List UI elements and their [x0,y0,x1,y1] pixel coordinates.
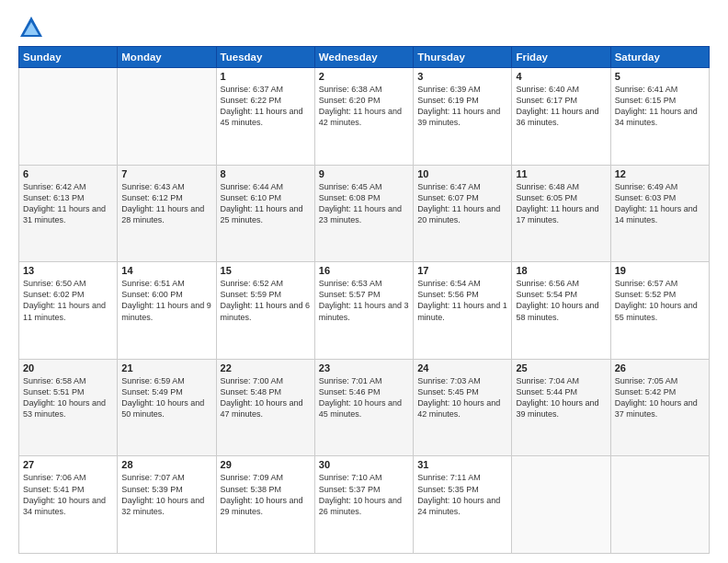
day-number: 3 [417,71,507,82]
day-info: Sunrise: 6:37 AMSunset: 6:22 PMDaylight:… [221,84,311,129]
day-number: 5 [615,71,705,82]
day-number: 6 [23,168,113,179]
calendar: SundayMondayTuesdayWednesdayThursdayFrid… [18,46,710,554]
day-info: Sunrise: 6:42 AMSunset: 6:13 PMDaylight:… [23,181,113,226]
calendar-cell: 16Sunrise: 6:53 AMSunset: 5:57 PMDayligh… [314,262,413,360]
day-info: Sunrise: 6:54 AMSunset: 5:56 PMDaylight:… [417,278,507,323]
day-number: 24 [417,362,507,373]
day-info: Sunrise: 7:10 AMSunset: 5:37 PMDaylight:… [319,472,409,517]
week-row: 13Sunrise: 6:50 AMSunset: 6:02 PMDayligh… [19,262,710,360]
day-number: 1 [221,71,311,82]
calendar-cell [610,456,709,554]
day-info: Sunrise: 6:41 AMSunset: 6:15 PMDaylight:… [615,84,705,129]
day-number: 27 [23,459,113,470]
calendar-cell: 14Sunrise: 6:51 AMSunset: 6:00 PMDayligh… [118,262,216,360]
day-number: 8 [221,168,311,179]
day-info: Sunrise: 6:57 AMSunset: 5:52 PMDaylight:… [615,278,705,323]
day-number: 11 [516,168,606,179]
week-row: 20Sunrise: 6:58 AMSunset: 5:51 PMDayligh… [19,359,710,456]
logo [18,15,46,40]
calendar-cell: 29Sunrise: 7:09 AMSunset: 5:38 PMDayligh… [216,456,314,554]
day-number: 26 [615,362,705,373]
day-info: Sunrise: 7:04 AMSunset: 5:44 PMDaylight:… [516,375,606,420]
day-number: 10 [417,168,507,179]
day-info: Sunrise: 7:11 AMSunset: 5:35 PMDaylight:… [417,472,507,517]
day-number: 31 [417,459,507,470]
day-header-sunday: Sunday [19,47,118,68]
day-info: Sunrise: 6:44 AMSunset: 6:10 PMDaylight:… [221,181,311,226]
calendar-header: SundayMondayTuesdayWednesdayThursdayFrid… [19,47,710,68]
day-info: Sunrise: 6:43 AMSunset: 6:12 PMDaylight:… [121,181,211,226]
day-info: Sunrise: 7:00 AMSunset: 5:48 PMDaylight:… [221,375,311,420]
calendar-cell [118,68,216,166]
day-info: Sunrise: 6:52 AMSunset: 5:59 PMDaylight:… [221,278,311,323]
calendar-cell: 1Sunrise: 6:37 AMSunset: 6:22 PMDaylight… [216,68,314,166]
day-info: Sunrise: 6:50 AMSunset: 6:02 PMDaylight:… [23,278,113,323]
day-header-thursday: Thursday [414,47,512,68]
day-info: Sunrise: 7:07 AMSunset: 5:39 PMDaylight:… [121,472,211,517]
day-info: Sunrise: 6:47 AMSunset: 6:07 PMDaylight:… [417,181,507,226]
calendar-cell: 17Sunrise: 6:54 AMSunset: 5:56 PMDayligh… [414,262,512,360]
calendar-cell: 25Sunrise: 7:04 AMSunset: 5:44 PMDayligh… [512,359,610,456]
day-number: 2 [319,71,409,82]
calendar-cell: 15Sunrise: 6:52 AMSunset: 5:59 PMDayligh… [216,262,314,360]
calendar-cell: 27Sunrise: 7:06 AMSunset: 5:41 PMDayligh… [19,456,118,554]
day-number: 29 [221,459,311,470]
calendar-cell: 20Sunrise: 6:58 AMSunset: 5:51 PMDayligh… [19,359,118,456]
day-number: 13 [23,265,113,276]
day-info: Sunrise: 7:06 AMSunset: 5:41 PMDaylight:… [23,472,113,517]
day-number: 20 [23,362,113,373]
day-info: Sunrise: 6:59 AMSunset: 5:49 PMDaylight:… [121,375,211,420]
day-info: Sunrise: 7:03 AMSunset: 5:45 PMDaylight:… [417,375,507,420]
calendar-cell: 5Sunrise: 6:41 AMSunset: 6:15 PMDaylight… [610,68,709,166]
day-header-wednesday: Wednesday [314,47,413,68]
day-number: 4 [516,71,606,82]
day-number: 22 [221,362,311,373]
day-number: 7 [121,168,211,179]
day-info: Sunrise: 6:51 AMSunset: 6:00 PMDaylight:… [121,278,211,323]
day-header-tuesday: Tuesday [216,47,314,68]
calendar-cell: 26Sunrise: 7:05 AMSunset: 5:42 PMDayligh… [610,359,709,456]
page: SundayMondayTuesdayWednesdayThursdayFrid… [0,0,728,563]
day-info: Sunrise: 6:53 AMSunset: 5:57 PMDaylight:… [319,278,409,323]
day-number: 28 [121,459,211,470]
calendar-cell: 4Sunrise: 6:40 AMSunset: 6:17 PMDaylight… [512,68,610,166]
day-number: 21 [121,362,211,373]
day-number: 30 [319,459,409,470]
calendar-cell: 8Sunrise: 6:44 AMSunset: 6:10 PMDaylight… [216,165,314,262]
calendar-cell: 7Sunrise: 6:43 AMSunset: 6:12 PMDaylight… [118,165,216,262]
calendar-cell: 13Sunrise: 6:50 AMSunset: 6:02 PMDayligh… [19,262,118,360]
day-info: Sunrise: 6:45 AMSunset: 6:08 PMDaylight:… [319,181,409,226]
calendar-body: 1Sunrise: 6:37 AMSunset: 6:22 PMDaylight… [19,68,710,554]
calendar-cell: 19Sunrise: 6:57 AMSunset: 5:52 PMDayligh… [610,262,709,360]
day-info: Sunrise: 6:48 AMSunset: 6:05 PMDaylight:… [516,181,606,226]
day-info: Sunrise: 7:09 AMSunset: 5:38 PMDaylight:… [221,472,311,517]
day-number: 18 [516,265,606,276]
calendar-cell: 24Sunrise: 7:03 AMSunset: 5:45 PMDayligh… [414,359,512,456]
day-header-friday: Friday [512,47,610,68]
day-info: Sunrise: 6:56 AMSunset: 5:54 PMDaylight:… [516,278,606,323]
calendar-cell: 21Sunrise: 6:59 AMSunset: 5:49 PMDayligh… [118,359,216,456]
day-info: Sunrise: 6:38 AMSunset: 6:20 PMDaylight:… [319,84,409,129]
calendar-cell: 11Sunrise: 6:48 AMSunset: 6:05 PMDayligh… [512,165,610,262]
day-number: 12 [615,168,705,179]
calendar-cell: 28Sunrise: 7:07 AMSunset: 5:39 PMDayligh… [118,456,216,554]
day-info: Sunrise: 6:40 AMSunset: 6:17 PMDaylight:… [516,84,606,129]
week-row: 1Sunrise: 6:37 AMSunset: 6:22 PMDaylight… [19,68,710,166]
day-number: 9 [319,168,409,179]
header-row: SundayMondayTuesdayWednesdayThursdayFrid… [19,47,710,68]
day-number: 14 [121,265,211,276]
calendar-cell: 3Sunrise: 6:39 AMSunset: 6:19 PMDaylight… [414,68,512,166]
calendar-cell: 10Sunrise: 6:47 AMSunset: 6:07 PMDayligh… [414,165,512,262]
logo-icon [18,15,44,40]
calendar-cell: 22Sunrise: 7:00 AMSunset: 5:48 PMDayligh… [216,359,314,456]
day-info: Sunrise: 6:49 AMSunset: 6:03 PMDaylight:… [615,181,705,226]
day-number: 23 [319,362,409,373]
day-info: Sunrise: 6:39 AMSunset: 6:19 PMDaylight:… [417,84,507,129]
calendar-cell: 6Sunrise: 6:42 AMSunset: 6:13 PMDaylight… [19,165,118,262]
day-number: 16 [319,265,409,276]
calendar-cell: 31Sunrise: 7:11 AMSunset: 5:35 PMDayligh… [414,456,512,554]
calendar-cell: 23Sunrise: 7:01 AMSunset: 5:46 PMDayligh… [314,359,413,456]
day-info: Sunrise: 7:05 AMSunset: 5:42 PMDaylight:… [615,375,705,420]
week-row: 6Sunrise: 6:42 AMSunset: 6:13 PMDaylight… [19,165,710,262]
